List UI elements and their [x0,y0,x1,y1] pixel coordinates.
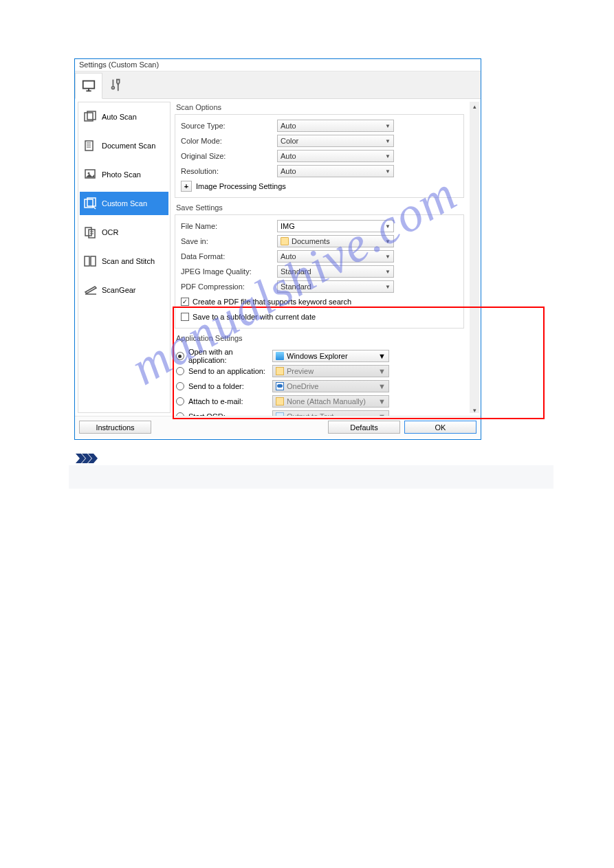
folder-icon [281,237,289,245]
svg-rect-18 [85,256,89,266]
chevron-down-icon: ▼ [378,367,386,375]
pdf-compression-select[interactable]: Standard▼ [277,280,394,293]
sidebar-item-label: Auto Scan [102,113,137,121]
settings-dialog: Settings (Custom Scan) Auto Scan Documen… [74,58,481,440]
chevron-down-icon: ▼ [378,397,386,405]
section-save-settings: Save Settings [176,203,464,212]
save-in-label: Save in: [181,237,277,245]
folder-icon [276,397,284,405]
pages-icon [84,111,98,123]
stitch-icon [84,255,98,267]
settings-panel: Scan Options Source Type: Auto▼ Color Mo… [172,99,470,416]
send-folder-label: Send to a folder: [188,382,244,390]
source-type-label: Source Type: [181,122,277,130]
sidebar-item-custom-scan[interactable]: Custom Scan [80,192,168,215]
sidebar-item-ocr[interactable]: OCR [83,222,166,243]
section-scan-options: Scan Options [176,103,464,111]
sidebar: Auto Scan Document Scan Photo Scan Custo… [78,102,171,413]
send-app-select[interactable]: Preview ▼ [272,365,389,377]
send-folder-select[interactable]: OneDrive ▼ [272,380,389,392]
sidebar-item-auto-scan[interactable]: Auto Scan [83,107,166,127]
attach-email-radio[interactable] [176,397,184,405]
save-in-select[interactable]: Documents▼ [277,235,394,247]
attach-email-label: Attach to e-mail: [188,397,243,405]
app-settings-box: Open with an application: Windows Explor… [175,345,464,416]
scroll-down-icon[interactable]: ▾ [470,405,479,415]
sidebar-item-label: Photo Scan [102,170,141,179]
pdf-compression-label: PDF Compression: [181,282,277,291]
svg-rect-19 [91,256,96,266]
start-ocr-radio[interactable] [176,412,184,416]
dialog-footer: Instructions Defaults OK [75,416,481,438]
chevron-down-icon: ▼ [385,123,391,129]
save-settings-box: File Name: IMG▼ Save in: Documents▼ Data… [175,214,464,329]
folder-icon [276,367,284,375]
window-title: Settings (Custom Scan) [79,60,159,69]
ocr-icon [84,226,98,238]
send-app-radio[interactable] [176,367,184,375]
tab-scanner[interactable] [75,73,102,99]
chevron-down-icon: ▼ [378,352,386,360]
defaults-button[interactable]: Defaults [328,421,400,434]
svg-rect-6 [85,141,93,151]
sidebar-item-label: Document Scan [102,142,155,150]
instructions-button[interactable]: Instructions [79,421,151,434]
sidebar-item-label: OCR [102,228,118,236]
create-pdf-keyword-label: Create a PDF file that supports keyword … [193,298,351,306]
monitor-icon [81,78,96,93]
original-size-select[interactable]: Auto▼ [277,150,394,162]
original-size-label: Original Size: [181,152,277,160]
attach-email-select[interactable]: None (Attach Manually) ▼ [272,395,389,408]
image-processing-expand[interactable]: + [181,181,192,192]
open-with-label: Open with an application: [188,348,272,364]
chevron-down-icon: ▼ [385,153,391,159]
send-app-label: Send to an application: [188,367,265,375]
start-ocr-select[interactable]: Output to Text ▼ [272,410,389,416]
file-name-input[interactable]: IMG▼ [277,220,394,232]
chevron-down-icon: ▼ [385,168,391,175]
chevron-down-icon: ▼ [378,382,386,390]
open-with-select[interactable]: Windows Explorer ▼ [272,350,389,362]
send-folder-radio[interactable] [176,382,184,390]
sidebar-item-stitch[interactable]: Scan and Stitch [83,251,166,271]
sidebar-item-photo-scan[interactable]: Photo Scan [83,164,166,185]
create-pdf-keyword-checkbox[interactable]: ✓ [181,298,189,306]
resolution-select[interactable]: Auto▼ [277,165,394,177]
file-name-label: File Name: [181,222,277,230]
titlebar: Settings (Custom Scan) [75,59,481,71]
tab-tools[interactable] [102,72,130,98]
ok-button[interactable]: OK [404,421,476,434]
windows-explorer-icon [276,352,284,360]
scan-options-box: Source Type: Auto▼ Color Mode: Color▼ Or… [175,114,464,198]
sidebar-item-document-scan[interactable]: Document Scan [83,135,166,156]
sidebar-item-label: ScanGear [102,286,136,294]
text-file-icon [276,412,284,416]
save-subfolder-label: Save to a subfolder with current date [193,313,316,321]
image-processing-label: Image Processing Settings [196,182,286,190]
data-format-label: Data Format: [181,252,277,260]
scroll-up-icon[interactable]: ▴ [470,102,479,111]
color-mode-select[interactable]: Color▼ [277,135,394,147]
sidebar-item-label: Scan and Stitch [102,257,155,265]
sidebar-item-scangear[interactable]: ScanGear [83,280,166,300]
chevron-down-icon: ▼ [385,138,391,144]
onedrive-icon [276,382,284,390]
resolution-label: Resolution: [181,167,277,175]
custom-icon [84,197,98,210]
vertical-scrollbar[interactable]: ▴ ▾ [470,102,479,413]
jpeg-quality-select[interactable]: Standard▼ [277,265,394,278]
note-chevrons-icon [76,454,99,465]
open-with-radio[interactable] [176,352,184,360]
svg-rect-0 [83,81,95,89]
jpeg-quality-label: JPEG Image Quality: [181,267,277,276]
section-app-settings: Application Settings [176,334,464,342]
chevron-down-icon: ▼ [378,412,386,416]
start-ocr-label: Start OCR: [188,412,226,416]
color-mode-label: Color Mode: [181,137,277,145]
scanner-icon [84,284,98,296]
save-subfolder-checkbox[interactable] [181,313,189,321]
data-format-select[interactable]: Auto▼ [277,250,394,263]
svg-point-3 [112,87,115,89]
source-type-select[interactable]: Auto▼ [277,120,394,132]
tools-icon [109,78,124,93]
